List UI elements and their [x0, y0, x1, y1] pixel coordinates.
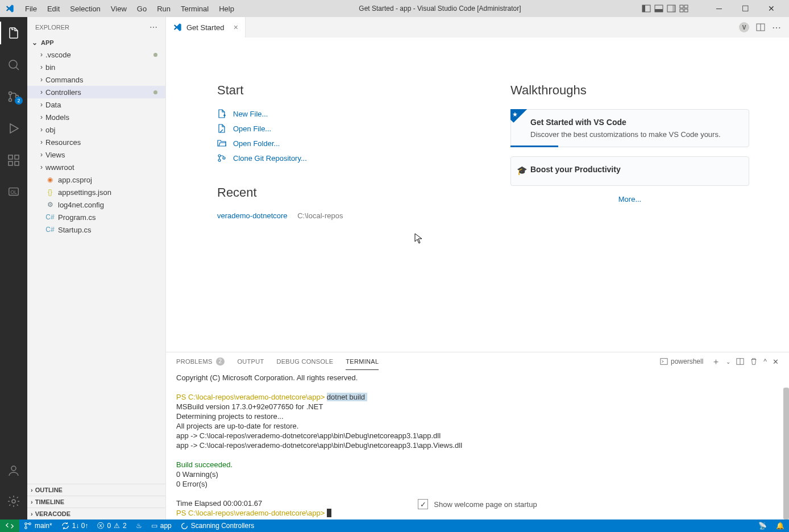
walkthrough-productivity[interactable]: 🎓 Boost your Productivity — [510, 156, 749, 186]
layout-customize-icon[interactable] — [679, 3, 689, 14]
menu-bar: File Edit Selection View Go Run Terminal… — [20, 2, 239, 15]
tree-file[interactable]: C#Program.cs — [27, 211, 165, 223]
activity-extensions[interactable] — [0, 149, 27, 172]
tree-folder[interactable]: ›Data — [27, 98, 165, 111]
close-panel-icon[interactable]: ✕ — [773, 358, 779, 366]
tree-folder[interactable]: ›Commands — [27, 73, 165, 86]
terminal-content[interactable]: Copyright (C) Microsoft Corporation. All… — [166, 371, 789, 519]
menu-file[interactable]: File — [20, 2, 41, 15]
tree-folder[interactable]: ›.vscode — [27, 48, 165, 61]
svg-rect-1 — [642, 5, 645, 12]
activity-run-debug[interactable] — [0, 117, 27, 140]
activity-settings[interactable] — [0, 490, 27, 513]
menu-edit[interactable]: Edit — [43, 2, 64, 15]
tree-file[interactable]: ◉app.csproj — [27, 173, 165, 186]
menu-run[interactable]: Run — [152, 2, 175, 15]
bell-icon: 🔔 — [776, 522, 784, 530]
svg-rect-17 — [15, 155, 19, 159]
explorer-title: EXPLORER — [35, 24, 69, 31]
minimize-button[interactable]: ─ — [706, 0, 732, 17]
git-icon — [217, 153, 227, 163]
sidebar-header: EXPLORER ⋯ — [27, 17, 165, 37]
panel-tabs: PROBLEMS 2 OUTPUT DEBUG CONSOLE TERMINAL… — [166, 352, 789, 371]
start-heading: Start — [217, 83, 459, 98]
menu-terminal[interactable]: Terminal — [176, 2, 213, 15]
activity-veracode[interactable]: OL — [0, 181, 27, 203]
status-problems[interactable]: ⓧ0 ⚠2 — [93, 519, 131, 532]
terminal-selector[interactable]: powershell — [657, 356, 706, 367]
terminal-line: All projects are up-to-date for restore. — [176, 421, 779, 431]
panel-tab-problems[interactable]: PROBLEMS 2 — [176, 353, 225, 370]
status-scanning[interactable]: Scanning Controllers — [176, 519, 259, 532]
status-sync[interactable]: 1↓ 0↑ — [57, 519, 93, 532]
veracode-section[interactable]: ›VERACODE — [27, 508, 165, 519]
tree-file[interactable]: ⚙log4net.config — [27, 198, 165, 211]
layout-sidebar-left-icon[interactable] — [641, 3, 651, 14]
activity-search[interactable] — [0, 53, 27, 76]
open-file-link[interactable]: Open File... — [217, 124, 459, 133]
status-veracode-flame[interactable]: ♨ — [131, 519, 147, 532]
activity-bar: 2 OL — [0, 17, 27, 519]
panel-tab-terminal[interactable]: TERMINAL — [346, 354, 379, 370]
tab-get-started[interactable]: Get Started × — [166, 17, 246, 38]
tree-folder[interactable]: ›Resources — [27, 136, 165, 148]
outline-section[interactable]: ›OUTLINE — [27, 484, 165, 496]
svg-rect-9 — [684, 9, 688, 12]
editor-actions: V ⋯ — [731, 17, 789, 38]
status-branch[interactable]: main* — [19, 519, 57, 532]
folder-root-header[interactable]: ⌄ APP — [27, 37, 165, 48]
editor-more-icon[interactable]: ⋯ — [772, 22, 781, 33]
split-terminal-icon[interactable] — [736, 358, 744, 365]
tree-folder[interactable]: ›obj — [27, 123, 165, 136]
layout-panel-icon[interactable] — [654, 3, 664, 14]
activity-explorer[interactable] — [0, 22, 27, 44]
open-folder-link[interactable]: Open Folder... — [217, 139, 459, 148]
layout-sidebar-right-icon[interactable] — [666, 3, 676, 14]
activity-accounts[interactable] — [0, 459, 27, 482]
menu-go[interactable]: Go — [132, 2, 151, 15]
veracode-badge-icon[interactable]: V — [739, 22, 749, 32]
branch-icon — [24, 522, 32, 530]
terminal-line: app -> C:\local-repos\verademo-dotnetcor… — [176, 431, 779, 440]
file-tree: ›.vscode ›bin ›Commands ›Controllers ›Da… — [27, 48, 165, 484]
scrollbar[interactable] — [783, 388, 789, 519]
recent-project-link[interactable]: verademo-dotnetcore — [217, 211, 288, 220]
tree-file[interactable]: C#Startup.cs — [27, 223, 165, 236]
menu-view[interactable]: View — [106, 2, 131, 15]
tree-folder[interactable]: ›Controllers — [27, 86, 165, 98]
new-file-link[interactable]: New File... — [217, 109, 459, 118]
recent-project-path: C:\local-repos — [297, 211, 343, 220]
split-editor-icon[interactable] — [756, 23, 765, 32]
menu-help[interactable]: Help — [214, 2, 239, 15]
terminal-line: PS C:\local-repos\verademo-dotnetcore\ap… — [176, 508, 779, 518]
tree-folder[interactable]: ›Views — [27, 148, 165, 161]
close-button[interactable]: ✕ — [758, 0, 784, 17]
activity-source-control[interactable]: 2 — [0, 85, 27, 108]
explorer-more-icon[interactable]: ⋯ — [150, 23, 157, 32]
terminal-line: Copyright (C) Microsoft Corporation. All… — [176, 373, 779, 383]
new-terminal-icon[interactable]: ＋ — [712, 356, 720, 367]
tree-folder[interactable]: ›wwwroot — [27, 161, 165, 173]
status-app[interactable]: ▭ app — [147, 519, 176, 532]
maximize-panel-icon[interactable]: ^ — [763, 358, 767, 365]
problems-badge: 2 — [216, 358, 225, 365]
close-icon[interactable]: × — [234, 23, 238, 32]
timeline-section[interactable]: ›TIMELINE — [27, 496, 165, 508]
walkthrough-get-started[interactable]: ★ Get Started with VS Code Discover the … — [510, 109, 749, 147]
tree-folder[interactable]: ›bin — [27, 61, 165, 73]
remote-indicator[interactable] — [0, 519, 19, 532]
terminal-line: Time Elapsed 00:00:01.67 — [176, 498, 779, 508]
walkthroughs-heading: Walkthroughs — [510, 83, 749, 98]
kill-terminal-icon[interactable] — [750, 358, 758, 365]
panel-tab-output[interactable]: OUTPUT — [237, 354, 264, 369]
tree-file[interactable]: {}appsettings.json — [27, 186, 165, 198]
clone-repo-link[interactable]: Clone Git Repository... — [217, 153, 459, 163]
status-notifications[interactable]: 🔔 — [771, 519, 789, 532]
maximize-button[interactable]: ☐ — [732, 0, 758, 17]
panel-tab-debug-console[interactable]: DEBUG CONSOLE — [276, 354, 333, 369]
more-walkthroughs-link[interactable]: More... — [510, 195, 749, 203]
menu-selection[interactable]: Selection — [65, 2, 105, 15]
status-feedback[interactable]: 📡 — [754, 519, 771, 532]
tree-folder[interactable]: ›Models — [27, 111, 165, 123]
terminal-dropdown-icon[interactable]: ⌄ — [726, 359, 730, 365]
